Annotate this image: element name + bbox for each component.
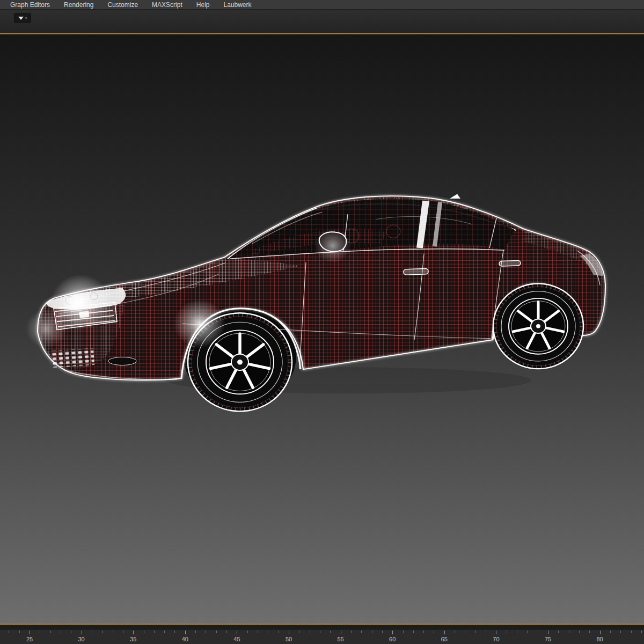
timeline-tick xyxy=(392,631,393,634)
timeline-tick xyxy=(237,631,237,634)
timeline-tick xyxy=(289,631,289,634)
timeline-label: 45 xyxy=(233,636,240,642)
timeline-tick xyxy=(589,631,590,633)
timeline-tick xyxy=(279,631,279,633)
caret-down-icon: ▾ xyxy=(25,16,27,20)
timeline-tick xyxy=(548,631,548,634)
timeline-tick xyxy=(579,631,580,633)
timeline-tick xyxy=(123,631,123,633)
timeline-label: 60 xyxy=(389,636,396,642)
timeline-tick xyxy=(40,631,40,633)
timeline-tick xyxy=(517,631,517,633)
timeline-tick xyxy=(102,631,103,633)
menu-bar: Graph Editors Rendering Customize MAXScr… xyxy=(0,0,644,9)
timeline-tick xyxy=(82,631,82,634)
timeline-label: 70 xyxy=(493,636,499,642)
timeline-tick xyxy=(154,631,155,633)
timeline-tick xyxy=(185,631,186,634)
timeline-tick xyxy=(310,631,310,633)
timeline-label: 75 xyxy=(545,636,551,642)
toolbar-strip: ▾ xyxy=(0,9,644,33)
timeline-tick xyxy=(610,631,611,633)
front-door-handle xyxy=(404,268,428,275)
timeline-tick xyxy=(486,631,486,633)
timeline-tick xyxy=(372,631,372,633)
timeline-tick xyxy=(558,631,559,633)
timeline-tick xyxy=(113,631,113,633)
timeline-tick xyxy=(382,631,383,633)
menu-item-maxscript[interactable]: MAXScript xyxy=(145,1,189,9)
timeline-label: 40 xyxy=(182,636,188,642)
timeline-tick xyxy=(71,631,71,633)
timeline-tick xyxy=(216,631,217,633)
timeline-tick xyxy=(361,631,362,633)
timeline-label: 50 xyxy=(286,636,292,642)
timeline-tick xyxy=(641,631,642,633)
timeline-tick xyxy=(631,631,632,633)
menu-item-laubwerk[interactable]: Laubwerk xyxy=(216,1,258,9)
rear-wheel xyxy=(493,284,583,369)
timeline-tick xyxy=(195,631,196,633)
viewport-3d[interactable] xyxy=(0,34,644,624)
timeline-tick xyxy=(320,631,320,633)
timeline-tick xyxy=(351,631,352,633)
timeline-label: 25 xyxy=(26,636,33,642)
menu-item-graph-editors[interactable]: Graph Editors xyxy=(3,1,57,9)
menu-item-rendering[interactable]: Rendering xyxy=(57,1,100,9)
fog-intake xyxy=(108,357,136,365)
timeline-label: 55 xyxy=(337,636,343,642)
timeline-tick xyxy=(341,631,341,634)
viewport-top-accent-line xyxy=(0,33,644,34)
timeline-tick xyxy=(164,631,165,633)
timeline-tick xyxy=(226,631,227,633)
timeline-tick xyxy=(507,631,507,633)
viewport-bottom-accent-line xyxy=(0,624,644,625)
down-arrow-icon xyxy=(18,17,24,20)
timeline-tick xyxy=(403,631,404,633)
menu-item-customize[interactable]: Customize xyxy=(100,1,145,9)
timeline-tick xyxy=(206,631,206,633)
timeline-tick xyxy=(299,631,299,633)
timeline-tick xyxy=(174,631,175,633)
timeline-tick xyxy=(413,631,414,633)
timeline-tick xyxy=(50,631,51,633)
timeline-tick xyxy=(600,631,601,634)
wireframe-car-model xyxy=(0,34,644,624)
rear-door-handle xyxy=(499,260,521,266)
timeline-tick xyxy=(434,631,434,633)
menu-item-help[interactable]: Help xyxy=(189,1,217,9)
timeline-tick xyxy=(19,631,20,633)
app-window: Graph Editors Rendering Customize MAXScr… xyxy=(0,0,644,644)
timeline-tick xyxy=(330,631,331,633)
timeline-tick xyxy=(475,631,476,633)
timeline-tick xyxy=(61,631,61,633)
timeline-tick xyxy=(455,631,455,633)
roof-antenna-fin xyxy=(450,194,460,198)
timeline-ruler[interactable]: 253035404550556065707580 xyxy=(0,630,644,644)
timeline-tick xyxy=(133,631,134,634)
timeline-tick xyxy=(258,631,258,633)
timeline-tick xyxy=(569,631,569,633)
timeline-tick xyxy=(465,631,465,633)
timeline-tick xyxy=(268,631,268,633)
timeline-tick xyxy=(496,631,496,634)
timeline-label: 35 xyxy=(130,636,136,642)
timeline-tick xyxy=(9,631,9,633)
timeline-tick xyxy=(92,631,92,633)
timeline-tick xyxy=(423,631,424,633)
timeline-tick xyxy=(620,631,621,633)
toolbar-dropdown-button[interactable]: ▾ xyxy=(14,13,31,23)
timeline-label: 80 xyxy=(596,636,603,642)
timeline-tick xyxy=(527,631,528,633)
timeline-label: 30 xyxy=(78,636,84,642)
timeline-label: 65 xyxy=(441,636,448,642)
timeline-tick xyxy=(444,631,445,634)
timeline-tick xyxy=(144,631,144,633)
timeline-tick xyxy=(247,631,248,633)
time-slider-track[interactable] xyxy=(0,625,644,630)
timeline-tick xyxy=(538,631,538,633)
timeline-tick xyxy=(30,631,30,634)
